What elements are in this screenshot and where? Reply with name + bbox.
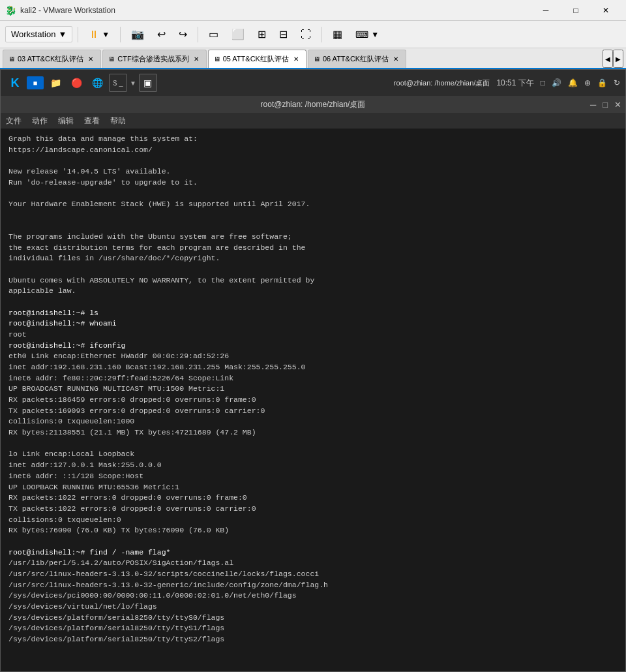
terminal-line-42: /usr/src/linux-headers-3.13.0-32-generic… [8,580,618,591]
separator-1 [78,27,78,42]
tab-next-button[interactable]: ▶ [613,50,623,68]
terminal-line-14: Ubuntu comes with ABSOLUTELY NO WARRANTY… [8,275,618,286]
terminal-line-35: TX packets:1022 errors:0 dropped:0 overr… [8,504,618,515]
terminal-line-36: collisions:0 txqueuelen:0 [8,515,618,526]
toolbar: Workstation ▼ ⏸ ▼ 📷 ↩ ↪ ▭ ⬜ ⊞ ⊟ ⛶ ▦ ⌨ ▼ [0,21,626,48]
files-icon[interactable]: 📁 [46,74,65,92]
update-icon: ⊕ [584,78,591,87]
view-unity-button[interactable]: ⊞ [252,24,271,45]
terminal-line-29 [8,438,618,450]
terminal-line-18: root@indishell:~# whoami [8,318,618,329]
view-screen-button[interactable]: ⛶ [295,24,316,45]
terminal-title: root@zhian: /home/zhian/桌面 [261,99,366,110]
tab-atck-4[interactable]: 🖥 06 ATT&CK红队评估 ✕ [308,50,406,68]
terminal-body[interactable]: Graph this data and manage this system a… [1,129,625,671]
minimize-button[interactable]: ─ [531,0,561,21]
workstation-label: Workstation [11,29,55,39]
view-normal-button[interactable]: ▭ [203,24,224,45]
kali-icon[interactable]: K [6,74,24,92]
tab-atck-1[interactable]: 🖥 03 ATT&CK红队评估 ✕ [3,50,101,68]
menu-edit[interactable]: 编辑 [58,115,74,127]
notif-icon: 🔔 [568,78,578,87]
terminal-line-32: inet6 addr: ::1/128 Scope:Host [8,471,618,482]
menu-view[interactable]: 查看 [84,115,100,127]
tab-label-4: 06 ATT&CK红队评估 [323,54,389,64]
terminal-line-7: Your Hardware Enablement Stack (HWE) is … [8,199,618,210]
close-button[interactable]: ✕ [591,0,621,21]
tab-navigation: ◀ ▶ [603,50,623,68]
workstation-menu[interactable]: Workstation ▼ [5,26,72,42]
vmware-window: K ■ 📁 🔴 🌐 $ _ ▼ ▣ root@zhian: /home/zhia… [0,69,626,672]
terminal-line-38 [8,536,618,547]
pause-dropdown: ▼ [102,30,110,39]
terminal-line-17: root@indishell:~# ls [8,308,618,319]
tab-label-2: CTF综合渗透实战系列 [117,54,188,64]
sendkey-button[interactable]: ⌨ ▼ [350,24,384,45]
titlebar: 🐉 kali2 - VMware Workstation ─ □ ✕ [0,0,626,21]
browser-icon[interactable]: 🔴 [67,74,85,92]
terminal-line-24: UP BROADCAST RUNNING MULTICAST MTU:1500 … [8,384,618,395]
terminal-line-28: RX bytes:21138551 (21.1 MB) TX bytes:472… [8,427,618,438]
terminal-line-3 [8,155,618,166]
terminal-line-37: RX bytes:76090 (76.0 KB) TX bytes:76090 … [8,525,618,536]
lock-icon: 🔒 [597,78,607,87]
tab-close-1[interactable]: ✕ [86,55,95,64]
tab-prev-button[interactable]: ◀ [603,50,613,68]
terminal2-icon[interactable]: ▣ [139,74,157,92]
app-icon: 🐉 [5,5,16,16]
term-maximize-icon[interactable]: □ [603,100,608,110]
terminal-line-1: Graph this data and manage this system a… [8,134,618,145]
terminal-line-31: inet addr:127.0.0.1 Mask:255.0.0.0 [8,460,618,471]
terminal-menu-bar: 文件 动作 编辑 查看 帮助 [1,113,625,129]
view-full-button[interactable]: ⬜ [226,24,250,45]
terminal-title-bar: root@zhian: /home/zhian/桌面 ─ □ ✕ [1,96,625,113]
terminal-line-47: /sys/devices/platform/serial8250/tty/tty… [8,634,618,645]
manager-button[interactable]: ↪ [173,24,192,45]
menu-help[interactable]: 帮助 [110,115,126,127]
console-button[interactable]: ▦ [327,24,348,45]
display-icon: □ [541,78,545,87]
terminal-icon-bar[interactable]: $ _ [109,74,127,92]
restore-button[interactable]: □ [561,0,591,21]
terminal-window-controls: ─ □ ✕ [590,100,621,110]
terminal-line-12: individual files in /usr/share/doc/*/cop… [8,253,618,264]
revert-button[interactable]: ↩ [152,24,171,45]
clock-display: 10:51 下午 [496,78,533,89]
sendkey-icon: ⌨ [355,29,368,40]
terminal-line-45: /sys/devices/platform/serial8250/tty/tty… [8,613,618,624]
tab-close-4[interactable]: ✕ [391,55,400,64]
separator-4 [321,27,322,42]
terminal-line-6 [8,188,618,199]
desktop-icon[interactable]: ■ [27,76,44,89]
menu-file[interactable]: 文件 [6,115,22,127]
term-close-icon[interactable]: ✕ [614,100,621,110]
tab-atck-3[interactable]: 🖥 05 ATT&CK红队评估 ✕ [208,50,306,68]
terminal-line-41: /usr/src/linux-headers-3.13.0-32/scripts… [8,569,618,580]
separator-3 [198,27,198,42]
tab-close-3[interactable]: ✕ [291,55,301,64]
terminal-line-22: inet addr:192.168.231.160 Bcast:192.168.… [8,362,618,373]
terminal-line-26: TX packets:169093 errors:0 dropped:0 ove… [8,406,618,417]
globe-icon[interactable]: 🌐 [88,74,106,92]
terminal-line-21: eth0 Link encap:Ethernet HWaddr 00:0c:29… [8,351,618,362]
terminal-line-40: /usr/lib/perl/5.14.2/auto/POSIX/SigActio… [8,558,618,569]
terminal-line-27: collisions:0 txqueuelen:1000 [8,416,618,427]
terminal-line-10: The programs included with the Ubuntu sy… [8,232,618,243]
tab-close-2[interactable]: ✕ [192,55,201,64]
term-minimize-icon[interactable]: ─ [590,100,596,110]
terminal-line-33: UP LOOPBACK RUNNING MTU:65536 Metric:1 [8,482,618,493]
view-normal-icon: ▭ [209,28,218,40]
terminal-line-5: Run 'do-release-upgrade' to upgrade to i… [8,177,618,189]
snapshot-button[interactable]: 📷 [126,24,149,45]
pause-button[interactable]: ⏸ ▼ [83,24,115,45]
terminal-line-8 [8,210,618,221]
tab-ctf[interactable]: 🖥 CTF综合渗透实战系列 ✕ [102,50,206,68]
view-tabs-button[interactable]: ⊟ [274,24,293,45]
terminal-line-39: root@indishell:~# find / -name flag* [8,547,618,558]
separator-2 [120,27,121,42]
terminal-line-46: /sys/devices/platform/serial8250/tty/tty… [8,623,618,634]
terminal-connected-label: root@zhian: /home/zhian/桌面 [394,78,490,88]
dropdown-icon: ▼ [58,29,67,39]
menu-action[interactable]: 动作 [32,115,48,127]
terminal-line-44: /sys/devices/virtual/net/lo/flags [8,602,618,613]
